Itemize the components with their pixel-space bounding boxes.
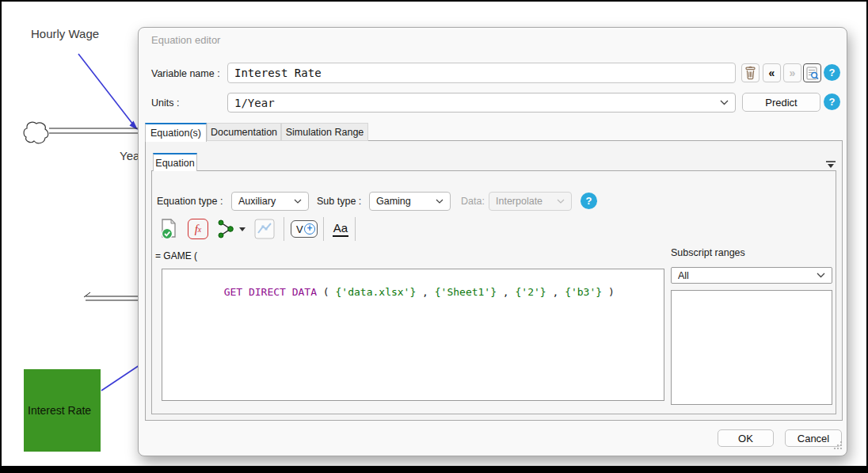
equation-type-value: Auxiliary [238,196,294,207]
equation-sub-panel: Equation type : Auxiliary Sub type : Gam… [151,170,836,414]
hourly-wage-label: Hourly Wage [31,27,99,40]
trash-icon [744,66,756,80]
equation-type-select[interactable]: Auxiliary [231,192,309,211]
causes-tree-dropdown[interactable] [236,216,249,242]
equation-editor-dialog: Equation editor Variable name : « » [138,27,847,456]
help-icon[interactable]: ? [824,64,840,81]
caret-down-icon [239,227,246,231]
check-syntax-button[interactable] [157,216,182,242]
app-window: Hourly Wage Year Interest Rate Equation … [0,0,868,473]
data-type-value: Interpolate [496,196,557,207]
fx-icon: fx [188,219,208,239]
next-variable-button[interactable]: » [783,63,801,82]
functions-button[interactable]: fx [185,216,211,242]
sub-type-select[interactable]: Gaming [369,192,451,211]
equation-code: GET DIRECT DATA ( {'data.xlsx'} , {'Shee… [224,286,615,298]
equation-editor-area[interactable]: GET DIRECT DATA ( {'data.xlsx'} , {'Shee… [162,269,664,401]
search-document-icon [806,67,819,80]
variable-name-label: Variable name : [151,68,220,79]
delete-equation-button[interactable] [741,63,760,82]
interest-rate-variable-box[interactable]: Interest Rate [24,369,101,452]
flow-pipe-bottom [84,292,141,300]
causal-arrow-interest-rate [101,364,142,391]
chevron-down-icon [720,100,729,105]
dialog-title: Equation editor [151,34,220,46]
document-check-icon [159,218,180,240]
subscript-ranges-select[interactable]: All [671,267,832,284]
causal-arrow-hourly-wage [78,54,138,130]
predict-button[interactable]: Predict [742,93,820,112]
font-icon: Aa [333,221,348,236]
units-value: 1/Year [234,97,720,109]
tab-equations[interactable]: Equation(s) [145,123,207,142]
help-icon-units[interactable]: ? [824,93,840,110]
data-type-select[interactable]: Interpolate [489,192,572,211]
font-button[interactable]: Aa [328,216,353,242]
pane-collapse-icon[interactable] [826,160,836,171]
variable-name-input[interactable] [227,63,736,83]
toolbar-separator [323,217,324,241]
flow-pipe-top [49,128,141,133]
chevron-down-icon [436,199,444,204]
chevron-down-icon [294,199,302,204]
sub-type-value: Gaming [376,196,436,207]
causes-tree-icon [217,219,236,239]
graph-icon [254,219,275,239]
graph-button[interactable] [252,216,277,242]
chevron-double-left-icon: « [769,67,775,78]
resize-grip[interactable] [833,441,843,452]
subscript-ranges-value: All [678,270,817,281]
interest-rate-box-label: Interest Rate [28,404,91,417]
tab-simulation-range[interactable]: Simulation Range [281,123,368,141]
insert-variable-button[interactable]: V+ [288,216,320,242]
units-combo[interactable]: 1/Year [227,93,736,113]
chevron-down-icon [817,273,825,278]
toolbar-separator [284,217,284,241]
variable-add-icon: V+ [291,220,318,238]
tab-documentation[interactable]: Documentation [207,123,281,141]
ok-button[interactable]: OK [718,429,774,447]
cloud-icon[interactable] [24,122,48,143]
data-type-label: Data: [461,196,485,207]
subtab-equation[interactable]: Equation [153,153,197,171]
subscript-ranges-list[interactable] [671,290,832,405]
units-label: Units : [151,97,179,109]
sub-type-label: Sub type : [317,196,361,207]
toolbar-separator [355,217,356,241]
help-icon-equation-type[interactable]: ? [581,193,597,209]
equation-prefix: = GAME ( [155,250,197,261]
search-variable-button[interactable] [803,63,821,82]
chevron-double-right-icon: » [790,67,796,78]
equation-type-label: Equation type : [157,196,223,207]
previous-variable-button[interactable]: « [763,63,781,82]
subscript-ranges-label: Subscript ranges [671,247,745,258]
chevron-down-icon [557,199,565,204]
